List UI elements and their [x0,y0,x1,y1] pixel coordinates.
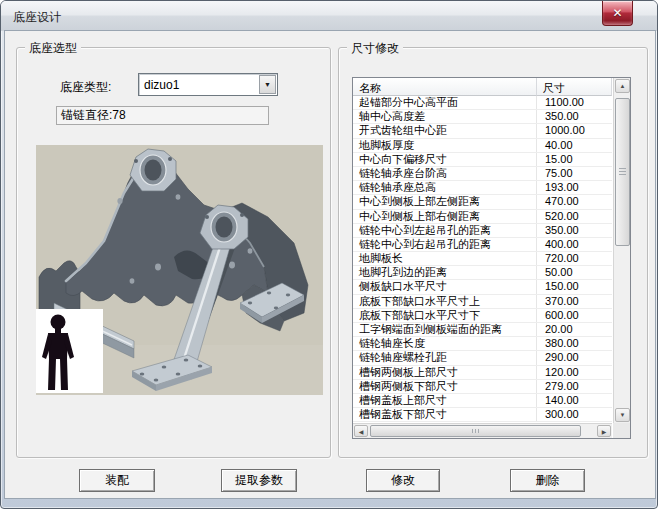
row-name: 槽钢盖板下部尺寸 [353,408,537,421]
row-size: 50.00 [537,266,612,279]
table-row[interactable]: 槽钢盖板下部尺寸 300.00 [353,408,612,422]
scroll-up-button[interactable]: ▲ [615,79,630,93]
table-row[interactable]: 底板下部缺口水平尺寸下 600.00 [353,309,612,323]
row-size: 350.00 [537,224,612,237]
scroll-right-icon: ▶ [602,428,607,435]
row-size: 300.00 [537,408,612,421]
table-row[interactable]: 地脚孔到边的距离 50.00 [353,266,612,280]
row-name: 链轮中心到右起吊孔的距离 [353,238,537,251]
row-size: 350.00 [537,110,612,123]
row-size: 600.00 [537,309,612,322]
group-size-modify: 尺寸修改 名称 尺寸 起锚部分中心高平面 1100.00 轴中心高度差 350.… [338,47,648,458]
row-name: 侧板缺口水平尺寸 [353,280,537,293]
extract-parameters-button[interactable]: 提取参数 [221,469,297,492]
row-name: 开式齿轮组中心距 [353,124,537,137]
row-name: 链轮中心到左起吊孔的距离 [353,224,537,237]
title-bar[interactable]: 底座设计 ✕ [1,1,657,31]
table-row[interactable]: 地脚板长 720.00 [353,252,612,266]
table-row[interactable]: 开式齿轮组中心距 1000.00 [353,124,612,138]
vertical-scrollbar[interactable]: ▲ ▼ [613,78,630,423]
table-row[interactable]: 地脚板厚度 40.00 [353,139,612,153]
base-type-selected-value: dizuo1 [144,78,179,92]
table-row[interactable]: 底板下部缺口水平尺寸上 370.00 [353,295,612,309]
human-figure-silhouette [36,309,103,393]
table-row[interactable]: 链轮轴承座总高 193.00 [353,181,612,195]
row-size: 150.00 [537,280,612,293]
delete-button[interactable]: 删除 [510,469,585,492]
scroll-left-button[interactable]: ◀ [354,425,368,437]
row-size: 20.00 [537,323,612,336]
row-size: 75.00 [537,167,612,180]
row-name: 底板下部缺口水平尺寸下 [353,309,537,322]
assemble-button[interactable]: 装配 [79,469,155,492]
combobox-dropdown-button[interactable]: ▼ [259,75,276,94]
table-row[interactable]: 链轮轴座螺栓孔距 290.00 [353,351,612,365]
table-row[interactable]: 链轮中心到右起吊孔的距离 400.00 [353,238,612,252]
vertical-scroll-thumb[interactable] [615,98,630,246]
table-row[interactable]: 工字钢端面到侧板端面的距离 20.00 [353,323,612,337]
table-row[interactable]: 中心到侧板上部左侧距离 470.00 [353,195,612,209]
row-size: 290.00 [537,351,612,364]
row-name: 链轮轴座螺栓孔距 [353,351,537,364]
table-row[interactable]: 中心向下偏移尺寸 15.00 [353,153,612,167]
table-row[interactable]: 中心到侧板上部右侧距离 520.00 [353,210,612,224]
chevron-down-icon: ▼ [264,81,271,88]
table-row[interactable]: 侧板缺口水平尺寸 150.00 [353,280,612,294]
column-header-name[interactable]: 名称 [353,78,537,96]
row-name: 槽钢盖板上部尺寸 [353,394,537,407]
table-row[interactable]: 槽钢两侧板下部尺寸 279.00 [353,380,612,394]
row-size: 470.00 [537,195,612,208]
row-name: 轴中心高度差 [353,110,537,123]
column-header-size[interactable]: 尺寸 [537,78,612,96]
scroll-down-button[interactable]: ▼ [615,408,630,422]
row-name: 中心到侧板上部右侧距离 [353,210,537,223]
row-name: 地脚板厚度 [353,139,537,152]
group-size-modify-title: 尺寸修改 [347,40,403,57]
row-name: 链轮轴座长度 [353,337,537,350]
scrollbar-corner [613,423,630,438]
row-size: 1000.00 [537,124,612,137]
row-size: 720.00 [537,252,612,265]
close-icon: ✕ [612,6,622,20]
cad-model-image [36,145,323,395]
table-row[interactable]: 槽钢两侧板上部尺寸 120.00 [353,366,612,380]
table-row[interactable]: 起锚部分中心高平面 1100.00 [353,96,612,110]
close-button[interactable]: ✕ [602,1,633,26]
row-size: 120.00 [537,366,612,379]
group-base-selection: 底座选型 底座类型: dizuo1 ▼ 锚链直径:78 [16,47,331,458]
scroll-down-icon: ▼ [620,412,626,418]
row-size: 1100.00 [537,96,612,109]
row-name: 地脚孔到边的距离 [353,266,537,279]
window-title: 底座设计 [13,9,61,26]
row-name: 中心向下偏移尺寸 [353,153,537,166]
row-size: 370.00 [537,295,612,308]
dialog-window: 底座设计 ✕ 底座选型 底座类型: dizuo1 ▼ 锚链直径:78 [0,0,658,509]
row-name: 工字钢端面到侧板端面的距离 [353,323,537,336]
group-base-selection-title: 底座选型 [25,40,81,57]
row-size: 140.00 [537,394,612,407]
table-row[interactable]: 链轮轴承座台阶高 75.00 [353,167,612,181]
table-row[interactable]: 轴中心高度差 350.00 [353,110,612,124]
row-name: 链轮轴承座台阶高 [353,167,537,180]
row-name: 底板下部缺口水平尺寸上 [353,295,537,308]
table-row[interactable]: 链轮轴座长度 380.00 [353,337,612,351]
row-name: 槽钢两侧板上部尺寸 [353,366,537,379]
row-size: 380.00 [537,337,612,350]
row-size: 193.00 [537,181,612,194]
table-header: 名称 尺寸 [353,78,612,96]
row-name: 链轮轴承座总高 [353,181,537,194]
scroll-right-button[interactable]: ▶ [597,425,611,437]
base-type-label: 底座类型: [60,79,111,96]
table-rows: 起锚部分中心高平面 1100.00 轴中心高度差 350.00 开式齿轮组中心距… [353,96,612,423]
row-name: 中心到侧板上部左侧距离 [353,195,537,208]
horizontal-scroll-thumb[interactable] [370,425,581,437]
dimensions-table: 名称 尺寸 起锚部分中心高平面 1100.00 轴中心高度差 350.00 开式… [352,77,631,439]
table-row[interactable]: 链轮中心到左起吊孔的距离 350.00 [353,224,612,238]
modify-button[interactable]: 修改 [366,469,440,492]
anchor-chain-diameter-field[interactable]: 锚链直径:78 [56,106,269,125]
horizontal-scrollbar[interactable]: ◀ ▶ [353,423,612,438]
table-row[interactable]: 槽钢盖板上部尺寸 140.00 [353,394,612,408]
dialog-client-area: 底座选型 底座类型: dizuo1 ▼ 锚链直径:78 [5,31,655,498]
row-name: 槽钢两侧板下部尺寸 [353,380,537,393]
base-type-combobox[interactable]: dizuo1 ▼ [138,73,278,96]
